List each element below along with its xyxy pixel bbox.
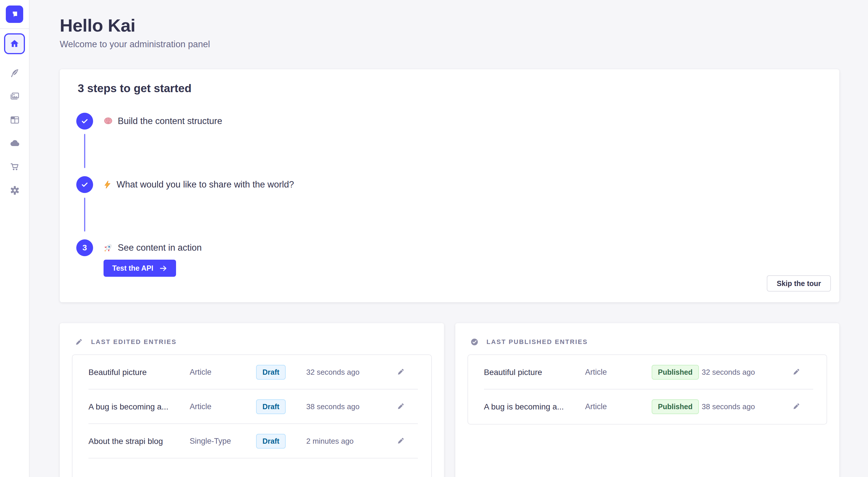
entry-time: 32 seconds ago [306,368,395,377]
entries-section: LAST EDITED ENTRIES Beautiful picture Ar… [60,323,839,477]
test-api-button[interactable]: Test the API [103,260,176,277]
onboarding-card: 3 steps to get started Build the content… [60,69,839,302]
edit-entry-button[interactable] [395,367,407,378]
last-edited-heading: LAST EDITED ENTRIES [91,338,177,346]
step-1-label[interactable]: Build the content structure [103,113,222,130]
entry-title: Beautiful picture [89,368,190,377]
sidebar-item-content-type-builder[interactable] [0,108,30,132]
step-2-label[interactable]: What would you like to share with the wo… [103,176,294,193]
table-row[interactable]: About the strapi blog Single-Type Draft … [72,424,431,458]
logo-wrap [0,0,29,29]
check-icon [81,180,89,189]
pencil-icon [792,402,801,411]
pencil-icon [396,402,405,411]
status-badge: Draft [256,434,286,449]
entry-title: Beautiful picture [484,368,585,377]
entry-title: A bug is becoming a... [89,402,190,411]
status-badge: Published [652,365,699,380]
entry-time: 2 minutes ago [306,437,395,446]
strapi-logo-glyph [9,8,20,20]
step-2-done-indicator [76,176,93,193]
main-content: Hello Kai Welcome to your administration… [30,15,868,477]
check-circle-icon [470,337,479,347]
feather-icon [9,68,20,78]
check-icon [81,117,89,125]
sidebar [0,0,30,477]
entry-kind: Article [585,368,652,377]
sidebar-item-content-manager[interactable] [0,61,30,84]
step-connector [84,134,85,168]
strapi-logo[interactable] [6,5,23,23]
entry-time: 38 seconds ago [702,402,790,411]
home-icon [9,38,20,49]
pencil-icon [396,436,405,445]
entry-time: 38 seconds ago [306,402,395,411]
last-published-heading: LAST PUBLISHED ENTRIES [487,338,588,346]
last-edited-header: LAST EDITED ENTRIES [74,335,432,349]
sidebar-item-home[interactable] [4,33,25,54]
bolt-emoji-icon [103,180,112,190]
edit-entry-button[interactable] [395,401,407,413]
step-3-number-indicator: 3 [76,239,93,256]
edit-entry-button[interactable] [790,367,802,378]
last-edited-list: Beautiful picture Article Draft 32 secon… [72,354,432,477]
status-badge: Published [652,399,699,414]
sidebar-item-media-library[interactable] [0,84,30,108]
table-row[interactable]: Beautiful picture Article Draft 32 secon… [72,355,431,389]
rocket-emoji-icon [103,243,113,253]
arrow-right-icon [159,264,167,272]
cart-icon [9,162,20,172]
last-published-header: LAST PUBLISHED ENTRIES [470,335,828,349]
status-badge: Draft [256,365,286,380]
gear-icon [9,185,20,196]
entry-kind: Article [190,402,256,411]
pencil-icon [74,337,84,347]
table-row[interactable]: A bug is becoming a... Article Draft 38 … [72,389,431,424]
sidebar-item-settings[interactable] [0,178,30,202]
pencil-icon [396,367,405,376]
sidebar-item-marketplace[interactable] [0,155,30,178]
last-edited-card: LAST EDITED ENTRIES Beautiful picture Ar… [60,323,444,477]
table-row[interactable]: Beautiful picture Article Published 32 s… [468,355,827,389]
images-icon [9,91,20,102]
step-3-label[interactable]: See content in action [103,239,202,256]
cloud-icon [9,138,20,149]
step-3-text: See content in action [118,243,202,253]
step-connector [84,198,85,232]
entry-kind: Article [190,368,256,377]
sidebar-item-deploy[interactable] [0,132,30,155]
edit-entry-button[interactable] [395,436,407,447]
step-1-done-indicator [76,113,93,130]
entry-title: About the strapi blog [89,437,190,446]
edit-entry-button[interactable] [790,401,802,413]
pencil-icon [792,367,801,376]
step-2-text: What would you like to share with the wo… [117,179,294,190]
onboarding-title: 3 steps to get started [78,82,191,95]
entry-time: 32 seconds ago [702,368,790,377]
brain-emoji-icon [103,116,113,126]
test-api-label: Test the API [112,264,153,272]
last-published-list: Beautiful picture Article Published 32 s… [467,354,828,424]
entry-kind: Single-Type [190,437,256,446]
layout-icon [9,114,20,126]
entry-title: A bug is becoming a... [484,402,585,411]
skip-tour-label: Skip the tour [777,279,821,287]
table-row[interactable]: A bug is becoming a... Article Published… [468,389,827,424]
page-title: Hello Kai [60,15,839,36]
last-published-card: LAST PUBLISHED ENTRIES Beautiful picture… [455,323,840,477]
skip-tour-button[interactable]: Skip the tour [767,275,831,292]
page-subtitle: Welcome to your administration panel [60,39,839,49]
step-3-number: 3 [82,243,87,252]
status-badge: Draft [256,399,286,414]
step-1-text: Build the content structure [118,116,222,126]
entry-kind: Article [585,402,652,411]
